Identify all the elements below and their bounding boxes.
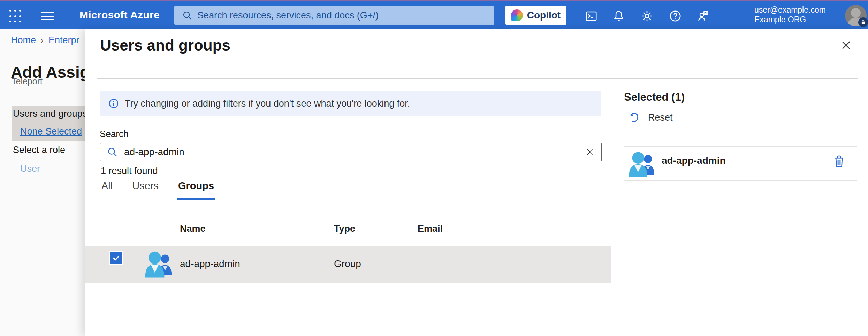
notifications-icon[interactable]	[612, 9, 626, 23]
table-row[interactable]: ad-app-admin Group	[85, 246, 611, 283]
panel-title: Users and groups	[100, 37, 230, 54]
title-divider	[97, 78, 858, 79]
vertical-divider	[612, 79, 612, 336]
azure-portal: Microsoft Azure Search resources, servic…	[0, 0, 868, 336]
copilot-button[interactable]: Copilot	[505, 6, 566, 25]
feedback-icon[interactable]	[696, 9, 710, 23]
cloud-shell-icon[interactable]	[584, 9, 598, 23]
panel-search-input[interactable]: ad-app-admin	[100, 143, 602, 161]
search-label: Search	[100, 129, 128, 139]
column-header-name: Name	[180, 223, 206, 234]
users-groups-panel: Users and groups Try changing or adding …	[85, 29, 868, 336]
global-search-input[interactable]: Search resources, services, and docs (G+…	[174, 6, 494, 25]
account-email: user@example.com	[754, 5, 826, 15]
breadcrumb: Home›Enterpr	[11, 35, 79, 46]
search-icon	[182, 10, 192, 21]
close-icon[interactable]	[838, 38, 854, 53]
copilot-label: Copilot	[527, 10, 561, 21]
column-header-email: Email	[418, 223, 443, 234]
delete-icon[interactable]	[831, 153, 847, 170]
info-banner: Try changing or adding filters if you do…	[100, 91, 601, 116]
result-count: 1 result found	[101, 166, 158, 176]
users-groups-label: Users and groups	[13, 108, 87, 119]
info-banner-text: Try changing or adding filters if you do…	[125, 98, 410, 109]
brand-title[interactable]: Microsoft Azure	[79, 9, 160, 21]
role-value-link[interactable]: User	[20, 163, 40, 174]
lock-icon	[858, 17, 868, 27]
checkmark-icon	[112, 254, 120, 262]
column-header-type: Type	[334, 223, 355, 234]
menu-icon[interactable]	[41, 12, 54, 20]
selected-heading: Selected (1)	[624, 91, 685, 104]
info-icon	[108, 98, 119, 109]
tab-users[interactable]: Users	[132, 180, 159, 197]
reset-button[interactable]: Reset	[629, 111, 673, 124]
selected-divider-top	[624, 146, 857, 147]
tab-groups[interactable]: Groups	[178, 180, 214, 197]
breadcrumb-home-link[interactable]: Home	[11, 35, 36, 45]
group-icon	[628, 149, 656, 178]
row-checkbox[interactable]	[109, 251, 123, 265]
search-value: ad-app-admin	[124, 146, 579, 158]
tabs: All Users Groups	[101, 180, 214, 197]
row-cell-name: ad-app-admin	[180, 258, 240, 269]
clear-search-icon[interactable]	[579, 147, 595, 157]
account-info[interactable]: user@example.com Example ORG	[754, 5, 826, 24]
avatar[interactable]	[845, 5, 867, 26]
users-groups-value-link[interactable]: None Selected	[20, 126, 82, 137]
selected-divider-bottom	[624, 180, 857, 181]
app-launcher-icon[interactable]	[9, 10, 22, 22]
account-org: Example ORG	[754, 15, 826, 24]
selected-item-name: ad-app-admin	[662, 155, 726, 166]
undo-icon	[629, 111, 640, 124]
row-cell-type: Group	[334, 258, 361, 269]
table-header: Name Type Email	[85, 220, 611, 241]
global-search-placeholder: Search resources, services, and docs (G+…	[197, 10, 379, 21]
page-subtitle: Teleport	[12, 76, 43, 86]
settings-icon[interactable]	[640, 9, 654, 23]
copilot-icon	[511, 9, 523, 21]
topbar: Microsoft Azure Search resources, servic…	[0, 1, 868, 29]
select-role-label: Select a role	[13, 145, 65, 155]
tab-all[interactable]: All	[101, 180, 113, 197]
breadcrumb-chevron-icon: ›	[41, 36, 44, 45]
group-icon	[144, 249, 173, 279]
breadcrumb-current-link[interactable]: Enterpr	[48, 35, 79, 45]
reset-label: Reset	[648, 112, 673, 123]
search-icon	[107, 146, 118, 158]
help-icon[interactable]	[668, 9, 682, 23]
